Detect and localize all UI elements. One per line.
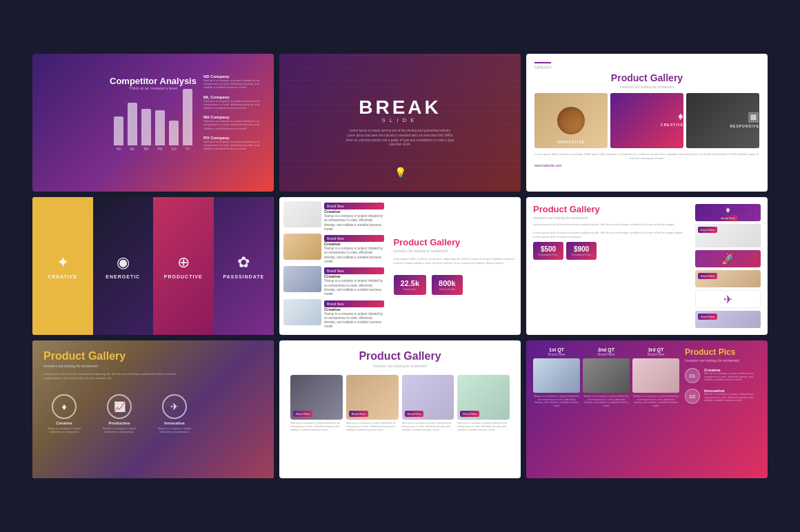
slide6-img-1: Brand New [695,224,761,247]
product-img-4 [283,299,321,325]
item-desc-2: Start up is a company or project initiat… [346,422,399,432]
slide8-pg-title: Product Gallery [290,350,510,362]
slide8-item-3: Brand New Start up is a company or proje… [402,375,454,432]
product-text-2: Startup is a company or project initiate… [324,247,384,264]
badge-3: Brand New [324,267,384,274]
product-img-1 [283,201,321,227]
slide8-plain: Product [359,350,400,362]
product-4: Brand New Creative Startup is a company … [283,299,384,329]
slide5-products: Brand New Creative Startup is a company … [279,197,388,335]
brand-badge-img3: Brand New [698,314,717,320]
icon-innovative: ✈ Innovative Startup is a company or pro… [154,394,195,433]
slide5-info: Product Gallery Investors are looking fo… [388,197,521,335]
q1-label: 1st QT [533,347,580,352]
slide-break: BREAK SLIDE Lorem ipsum is simply dummy … [279,54,521,192]
q3-desc: Startup is a company or project initiate… [632,395,679,407]
feature-2: 02 Innovative Start up is a company or p… [685,389,761,404]
slide8-item-4: Brand New Start up is a company or proje… [457,375,510,432]
feature-desc-1: Start up is a company or project initiat… [704,372,759,382]
product-3: Brand New Creative Startup is a company … [283,266,384,296]
slide5-title-accent: Gallery [430,237,460,247]
legend-hd-desc: Startup is a company or project initiate… [203,79,266,90]
slide-product-gallery-bottom-left: Product Gallery Investors are looking fo… [32,340,274,478]
q2-label: 2nd QT [583,347,630,352]
slide7-content: Product Gallery Investors are looking fo… [32,340,274,443]
slide6-desc: Lorem ipsum dolor sit amet consectetur a… [533,223,690,227]
slide9-plain: Product [685,347,716,357]
icon-productive: 📈 Productive Startup is a company or pro… [99,394,140,433]
product-title-1: Creative [324,209,384,214]
creative-circle: ♦ [52,394,77,419]
slide8-images: Brand New Start up is a company or proje… [290,375,510,432]
slide-product-pics: 1st QT Brand New Startup is a company or… [526,340,768,478]
legend-ml-desc: Startup is a company or project initiate… [203,99,266,110]
energetic-label: ENERGETIC [106,274,140,279]
slide6-img-2: Brand New [695,270,761,287]
slide5-subtitle: Investors are looking for excitement [394,249,516,253]
product-text-1: Startup is a company or project initiate… [324,214,384,232]
break-content: BREAK SLIDE Lorem ipsum is simply dummy … [345,98,455,147]
slide6-title-accent: Gallery [570,204,600,214]
passionate-icon: ✿ [237,254,250,272]
label-responsive: RESPONSIVE [730,124,759,132]
stat-profits-number: 800k [439,279,455,287]
slide5-stats: 22.5k Total users 800k Gross Profits [394,275,516,295]
slide3-pg-subtitle: Investors are looking for excitement [534,85,759,89]
slide3-title-plain: Product [611,72,648,83]
slide5-title-plain: Product [394,237,428,247]
break-description: Lorem ipsum is simply dummy text of the … [345,129,455,147]
image-coffee: INNOVATIVE [534,93,608,148]
slide6-right: ♦ Brand New Brand New 🚀 Brand New ✈ Bran… [695,204,761,328]
item-desc-3: Start up is a company or project initiat… [402,422,454,432]
brand-badge-img2: Brand New [698,273,717,279]
feature-badge-1: 01 [685,368,700,383]
item-desc-1: Start up is a company or project initiat… [290,422,343,432]
brand-badge-img1: Brand New [698,227,717,233]
feature-text-2: Innovative Start up is a company or proj… [704,389,759,402]
slide6-pg-title: Product Gallery [533,204,690,214]
slide7-desc: Lorem ipsum dolor sit amet, consectetur … [43,372,181,380]
price-2-label: Estimated Price [572,253,591,256]
image-creative: ♦ CREATIVE [610,93,683,148]
slide-product-gallery-right: Product Gallery Investors are looking fo… [526,197,768,335]
q1-sub: Brand New [533,352,580,356]
item-img-2: Brand New [346,375,399,420]
value-passionate: ✿ PASSSINDATE [214,197,274,335]
break-subtitle: SLIDE [345,117,455,123]
item-badge-3: Brand New [405,411,424,417]
icon-innovative-desc: Startup is a company or project initiate… [154,427,195,433]
item-badge-1: Brand New [293,411,312,417]
lamp-icon: 💡 [394,167,406,178]
stat-profits: 800k Gross Profits [432,275,462,295]
icon-innovative-label: Innovative [164,421,185,425]
quarter-1: 1st QT Brand New Startup is a company or… [533,347,580,407]
slide8-subtitle: Investors are looking for excitement [290,364,510,368]
item-badge-4: Brand New [460,411,479,417]
slide-product-gallery-top: Unicorn Product Gallery Investors are lo… [526,54,768,192]
product-1: Brand New Creative Startup is a company … [283,201,384,232]
brand-badge-1: Brand New [719,215,738,221]
slide7-accent: Gallery [88,350,126,362]
brand-label: Unicorn [534,62,551,70]
item-img-1: Brand New [290,375,343,420]
slide6-left: Product Gallery Investors are looking fo… [533,204,690,328]
price-1: $500 Estimated Price [533,242,563,260]
slide9-right: Product Pics Investors are looking for e… [685,347,761,471]
box-icon: ▣ [748,109,759,124]
passionate-label: PASSSINDATE [223,274,264,279]
icon-creative: ♦ Creative Startup is a company or proje… [43,394,85,433]
slide3-images: INNOVATIVE ♦ CREATIVE ▣ RESPONSIVE [534,93,759,148]
q2-img [583,358,630,393]
diamond-icon: ♦ [678,110,683,123]
slide3-desc: Lorem ipsum dolor sit amet consectetur. … [534,152,759,161]
product-img-2 [283,234,321,260]
productive-label: PRODUCTIVE [164,274,203,279]
label-creative: CREATIVE [661,123,683,131]
price-1-label: Estimated Price [539,253,558,256]
item-badge-2: Brand New [349,411,368,417]
q3-sub: Brand New [632,352,679,356]
icon-productive-label: Productive [108,421,130,425]
slide7-icons: ♦ Creative Startup is a company or proje… [43,394,263,433]
stat-users-label: Total users [401,287,420,291]
stat-users: 22.5k Total users [394,275,427,295]
